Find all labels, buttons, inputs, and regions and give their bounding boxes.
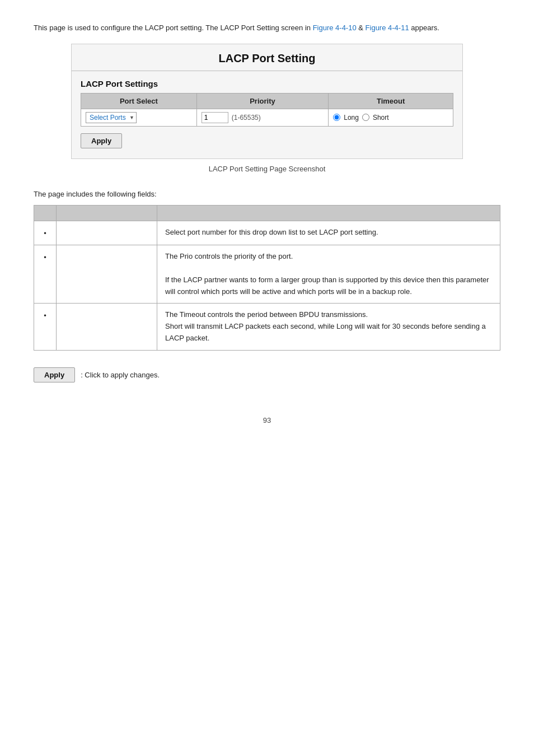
port-select-cell: Select Ports bbox=[81, 109, 197, 126]
priority-range-label: (1-65535) bbox=[232, 114, 261, 122]
bullet-1: • bbox=[34, 221, 57, 245]
desc-header-cell-1 bbox=[34, 205, 57, 221]
fields-intro: The page includes the following fields: bbox=[34, 190, 500, 198]
priority-cell-inner: (1-65535) bbox=[202, 112, 324, 123]
content-2: The Prio controls the priority of the po… bbox=[157, 245, 500, 304]
settings-table: Port Select Priority Timeout Select Port… bbox=[81, 93, 453, 127]
settings-row: Select Ports (1-65535) Long Shor bbox=[81, 109, 453, 126]
figure-link-2[interactable]: Figure 4-4-11 bbox=[366, 24, 409, 32]
priority-cell: (1-65535) bbox=[196, 109, 328, 126]
intro-text-after: appears. bbox=[409, 24, 439, 32]
desc-row-2: • The Prio controls the priority of the … bbox=[34, 245, 500, 304]
apply-description: : Click to apply changes. bbox=[81, 371, 160, 379]
col-header-timeout: Timeout bbox=[329, 93, 453, 109]
desc-row-3: • The Timeout controls the period betwee… bbox=[34, 304, 500, 350]
box-divider bbox=[72, 71, 462, 71]
description-table: • Select port number for this drop down … bbox=[34, 205, 500, 351]
page-number: 93 bbox=[34, 416, 500, 424]
lacp-port-setting-box: LACP Port Setting LACP Port Settings Por… bbox=[71, 44, 463, 159]
content-1: Select port number for this drop down li… bbox=[157, 221, 500, 245]
timeout-cell: Long Short bbox=[329, 109, 453, 126]
radio-short[interactable] bbox=[362, 114, 369, 121]
radio-long-label: Long bbox=[344, 114, 359, 122]
intro-text-before: This page is used to configure the LACP … bbox=[34, 24, 313, 32]
apply-btn-wrapper: Apply bbox=[72, 127, 462, 153]
desc-row-1: • Select port number for this drop down … bbox=[34, 221, 500, 245]
col-header-priority: Priority bbox=[196, 93, 328, 109]
timeout-desc-line2: Short will transmit LACP packets each se… bbox=[165, 322, 486, 342]
label-3 bbox=[57, 304, 157, 350]
label-2 bbox=[57, 245, 157, 304]
timeout-radio-group: Long Short bbox=[333, 114, 448, 122]
content-3: The Timeout controls the period between … bbox=[157, 304, 500, 350]
intro-paragraph: This page is used to configure the LACP … bbox=[34, 22, 500, 34]
priority-input[interactable] bbox=[202, 112, 228, 123]
desc-header-row bbox=[34, 205, 500, 221]
apply-button-inner[interactable]: Apply bbox=[81, 133, 122, 148]
intro-text-middle: & bbox=[357, 24, 366, 32]
timeout-desc-line1: The Timeout controls the period between … bbox=[165, 310, 368, 319]
port-select-wrapper[interactable]: Select Ports bbox=[86, 112, 137, 123]
col-header-port-select: Port Select bbox=[81, 93, 197, 109]
priority-desc-line1: The Prio controls the priority of the po… bbox=[165, 252, 293, 260]
bottom-apply-section: Apply : Click to apply changes. bbox=[34, 367, 500, 382]
port-select-dropdown[interactable]: Select Ports bbox=[86, 112, 137, 123]
apply-button-bottom[interactable]: Apply bbox=[34, 367, 75, 382]
lacp-section-title: LACP Port Settings bbox=[72, 77, 462, 93]
figure-caption: LACP Port Setting Page Screenshot bbox=[34, 165, 500, 173]
label-1 bbox=[57, 221, 157, 245]
radio-long[interactable] bbox=[333, 114, 340, 121]
radio-short-label: Short bbox=[373, 114, 389, 122]
bullet-3: • bbox=[34, 304, 57, 350]
bullet-2: • bbox=[34, 245, 57, 304]
figure-link-1[interactable]: Figure 4-4-10 bbox=[313, 24, 357, 32]
lacp-box-title: LACP Port Setting bbox=[72, 44, 462, 71]
priority-desc-line2: If the LACP partner wants to form a larg… bbox=[165, 276, 489, 296]
desc-header-cell-3 bbox=[157, 205, 500, 221]
desc-header-cell-2 bbox=[57, 205, 157, 221]
